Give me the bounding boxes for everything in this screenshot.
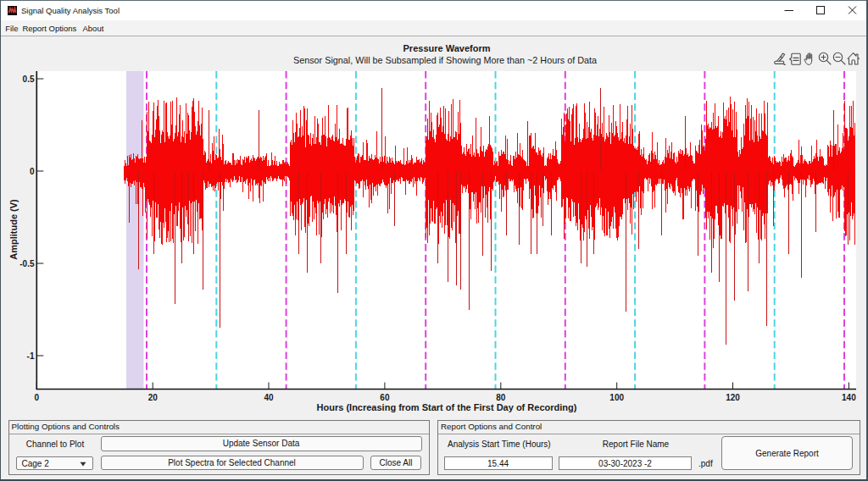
svg-text:Amplitude (V): Amplitude (V) bbox=[8, 199, 19, 260]
svg-text:Hours (Increasing from Start o: Hours (Increasing from Start of the Firs… bbox=[317, 402, 577, 412]
svg-text:Sensor Signal, Will be Subsamp: Sensor Signal, Will be Subsampled if Sho… bbox=[293, 55, 597, 65]
svg-text:0: 0 bbox=[30, 167, 35, 176]
svg-text:100: 100 bbox=[609, 393, 624, 402]
svg-text:140: 140 bbox=[842, 393, 856, 402]
svg-text:80: 80 bbox=[496, 393, 506, 402]
svg-text:Pressure Waveform: Pressure Waveform bbox=[403, 43, 491, 53]
svg-text:0: 0 bbox=[35, 393, 40, 402]
svg-text:120: 120 bbox=[726, 393, 740, 402]
svg-text:-1: -1 bbox=[27, 351, 35, 361]
svg-text:-0.5: -0.5 bbox=[19, 259, 35, 268]
svg-text:60: 60 bbox=[380, 393, 390, 402]
svg-text:20: 20 bbox=[148, 393, 159, 402]
svg-text:0.5: 0.5 bbox=[23, 75, 35, 84]
svg-text:40: 40 bbox=[264, 393, 274, 402]
